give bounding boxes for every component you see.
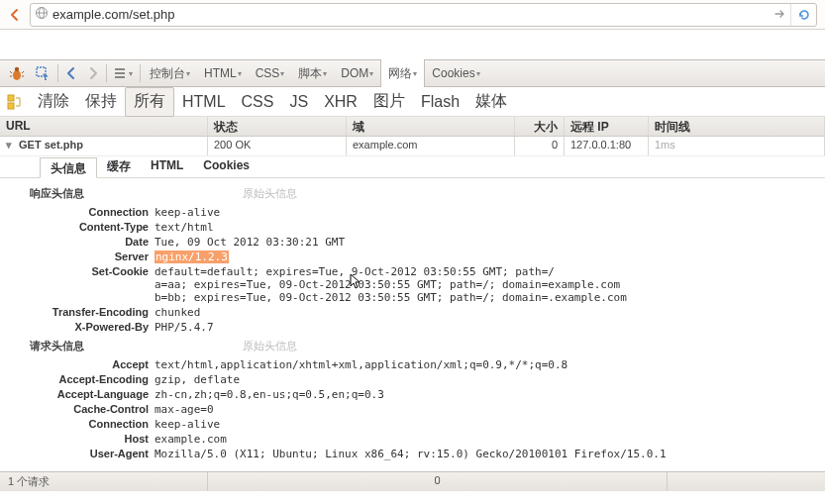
header-value: example.com <box>155 433 825 446</box>
header-value: nginx/1.2.3 <box>155 251 825 263</box>
subtab-all[interactable]: 所有 <box>125 87 174 117</box>
detail-tab-cookies[interactable]: Cookies <box>193 156 259 177</box>
tab-console[interactable]: 控制台▾ <box>143 59 197 87</box>
col-header-size[interactable]: 大小 <box>515 117 565 136</box>
status-bar: 1 个请求 0 <box>0 471 825 491</box>
url-input[interactable] <box>52 7 769 22</box>
reload-button[interactable] <box>790 4 816 26</box>
header-name: Transfer-Encoding <box>0 306 155 319</box>
header-value: PHP/5.4.7 <box>155 321 825 334</box>
header-name: Host <box>0 433 155 446</box>
tab-net[interactable]: 网络▾ <box>380 59 425 87</box>
header-name: Cache-Control <box>0 403 155 416</box>
request-domain: example.com <box>347 137 515 155</box>
header-name: Accept-Language <box>0 388 155 401</box>
status-requests: 1 个请求 <box>0 472 208 491</box>
subtab-js[interactable]: JS <box>281 87 316 117</box>
subtab-clear[interactable]: 清除 <box>30 87 77 117</box>
col-header-timeline[interactable]: 时间线 <box>649 117 825 136</box>
header-value: zh-cn,zh;q=0.8,en-us;q=0.5,en;q=0.3 <box>155 388 825 401</box>
header-value: text/html <box>155 221 825 234</box>
svg-point-4 <box>15 67 19 71</box>
request-method: GET <box>19 139 42 151</box>
header-value: default=default; expires=Tue, 9-Oct-2012… <box>155 265 825 304</box>
request-ip: 127.0.0.1:80 <box>565 137 649 155</box>
detail-tab-cache[interactable]: 缓存 <box>97 156 141 177</box>
net-table-header: URL 状态 域 大小 远程 IP 时间线 <box>0 117 825 137</box>
subtab-css[interactable]: CSS <box>234 87 282 117</box>
header-name: Server <box>0 251 155 263</box>
col-header-status[interactable]: 状态 <box>208 117 347 136</box>
svg-rect-14 <box>8 103 14 109</box>
net-subtoolbar: 清除 保持 所有 HTML CSS JS XHR 图片 Flash 媒体 <box>0 87 825 117</box>
svg-rect-13 <box>8 95 14 101</box>
header-name: Accept-Encoding <box>0 373 155 386</box>
header-value: gzip, deflate <box>155 373 825 386</box>
header-value: Mozilla/5.0 (X11; Ubuntu; Linux x86_64; … <box>155 448 825 460</box>
header-value: keep-alive <box>155 418 825 431</box>
header-name: Set-Cookie <box>0 265 155 304</box>
header-name: User-Agent <box>0 448 155 460</box>
url-bar[interactable] <box>30 3 817 27</box>
tab-cookies[interactable]: Cookies▾ <box>425 59 486 87</box>
col-header-url[interactable]: URL <box>0 117 208 136</box>
tab-dom[interactable]: DOM▾ <box>334 59 380 87</box>
svg-point-3 <box>13 70 21 80</box>
header-name: Accept <box>0 358 155 371</box>
request-status: 200 OK <box>208 137 347 155</box>
firebug-toolbar: ▾ 控制台▾ HTML▾ CSS▾ 脚本▾ DOM▾ 网络▾ Cookies▾ <box>0 59 825 87</box>
header-value: text/html,application/xhtml+xml,applicat… <box>155 358 825 371</box>
col-header-domain[interactable]: 域 <box>347 117 515 136</box>
detail-tabs: 头信息 缓存 HTML Cookies <box>0 156 825 178</box>
toggle-icon[interactable]: ▾ <box>6 139 16 151</box>
inspect-icon[interactable] <box>30 62 55 84</box>
net-request-row[interactable]: ▾ GET set.php 200 OK example.com 0 127.0… <box>0 137 825 156</box>
header-value: keep-alive <box>155 206 825 219</box>
request-headers-title: 请求头信息原始头信息 <box>0 335 825 357</box>
raw-headers-link[interactable]: 原始头信息 <box>243 340 297 352</box>
subtab-images[interactable]: 图片 <box>365 87 413 117</box>
response-headers-title: 响应头信息原始头信息 <box>0 182 825 205</box>
subtab-persist[interactable]: 保持 <box>77 87 125 117</box>
tab-script[interactable]: 脚本▾ <box>291 59 334 87</box>
detail-tab-html[interactable]: HTML <box>141 156 193 177</box>
go-icon[interactable] <box>769 7 790 23</box>
subtab-flash[interactable]: Flash <box>413 87 467 117</box>
header-value: max-age=0 <box>155 403 825 416</box>
svg-line-6 <box>22 71 24 73</box>
header-value: chunked <box>155 306 825 319</box>
status-right <box>667 472 825 491</box>
header-name: Connection <box>0 206 155 219</box>
svg-line-5 <box>10 71 12 73</box>
header-name: Content-Type <box>0 221 155 234</box>
request-file: set.php <box>45 139 83 151</box>
subtab-media[interactable]: 媒体 <box>467 87 515 117</box>
history-forward-button <box>82 62 104 84</box>
subtab-xhr[interactable]: XHR <box>316 87 365 117</box>
firebug-icon[interactable] <box>4 62 30 84</box>
browser-toolbar <box>0 0 825 30</box>
subtab-html[interactable]: HTML <box>174 87 234 117</box>
headers-panel: 响应头信息原始头信息 Connectionkeep-alive Content-… <box>0 178 825 471</box>
request-size: 0 <box>515 137 565 155</box>
raw-headers-link[interactable]: 原始头信息 <box>243 187 297 199</box>
header-name: Date <box>0 236 155 249</box>
header-name: X-Powered-By <box>0 321 155 334</box>
status-size: 0 <box>208 472 667 491</box>
tab-html[interactable]: HTML▾ <box>197 59 249 87</box>
header-value: Tue, 09 Oct 2012 03:30:21 GMT <box>155 236 825 249</box>
col-header-ip[interactable]: 远程 IP <box>565 117 649 136</box>
globe-icon <box>31 6 52 23</box>
detail-tab-headers[interactable]: 头信息 <box>40 157 97 178</box>
request-time: 1ms <box>649 137 825 155</box>
tab-css[interactable]: CSS▾ <box>249 59 292 87</box>
break-icon[interactable] <box>6 94 22 110</box>
panel-menu-icon[interactable]: ▾ <box>109 62 138 84</box>
header-name: Connection <box>0 418 155 431</box>
back-button[interactable] <box>4 4 26 26</box>
history-back-button[interactable] <box>60 62 82 84</box>
